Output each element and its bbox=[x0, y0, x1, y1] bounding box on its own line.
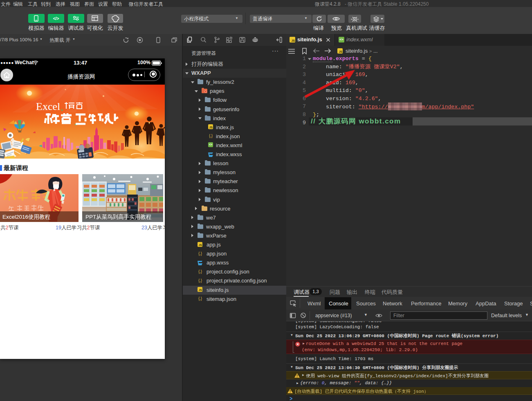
svg-text:</>: </> bbox=[53, 16, 59, 21]
svg-text:Excel2016使用教程: Excel2016使用教程 bbox=[2, 214, 50, 220]
svg-text:PPT从菜鸟到高手实用教程: PPT从菜鸟到高手实用教程 bbox=[85, 214, 151, 220]
svg-text:Excel: Excel bbox=[36, 101, 60, 112]
